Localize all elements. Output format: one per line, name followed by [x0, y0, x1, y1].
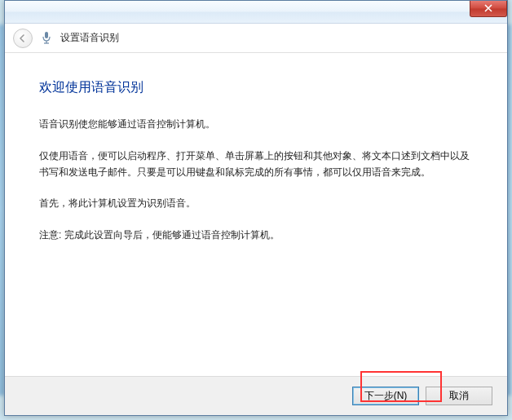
- footer: 下一步(N) 取消: [5, 376, 507, 415]
- header-strip: 设置语音识别: [5, 24, 507, 53]
- content-area: 欢迎使用语音识别 语音识别使您能够通过语音控制计算机。 仅使用语音，便可以启动程…: [5, 53, 507, 266]
- microphone-icon: [41, 31, 52, 46]
- paragraph-1: 语音识别使您能够通过语音控制计算机。: [39, 116, 473, 132]
- paragraph-4: 注意: 完成此设置向导后，便能够通过语音控制计算机。: [39, 227, 473, 243]
- cancel-button[interactable]: 取消: [426, 387, 492, 405]
- svg-rect-0: [45, 32, 48, 38]
- next-button[interactable]: 下一步(N): [352, 387, 419, 405]
- paragraph-3: 首先，将此计算机设置为识别语音。: [39, 195, 473, 211]
- paragraph-2: 仅使用语音，便可以启动程序、打开菜单、单击屏幕上的按钮和其他对象、将文本口述到文…: [39, 148, 473, 181]
- titlebar: [5, 1, 507, 24]
- wizard-window: 设置语音识别 欢迎使用语音识别 语音识别使您能够通过语音控制计算机。 仅使用语音…: [4, 0, 508, 416]
- close-button[interactable]: [470, 1, 507, 17]
- close-icon: [484, 4, 492, 12]
- page-heading: 欢迎使用语音识别: [39, 76, 473, 98]
- back-button[interactable]: [13, 29, 33, 48]
- back-arrow-icon: [18, 33, 28, 43]
- window-title: 设置语音识别: [60, 31, 119, 45]
